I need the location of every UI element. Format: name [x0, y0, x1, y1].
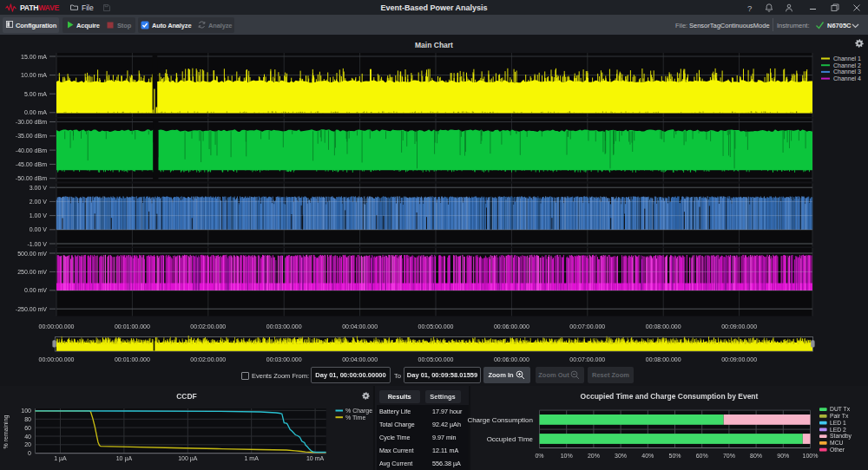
svg-text:40%: 40% — [641, 453, 654, 459]
svg-text:MCU: MCU — [830, 440, 844, 446]
svg-text:1 mA: 1 mA — [245, 455, 260, 461]
svg-text:100 µA: 100 µA — [178, 455, 198, 462]
svg-text:80: 80 — [24, 416, 31, 422]
svg-text:10 mA: 10 mA — [306, 455, 325, 461]
svg-text:Other: Other — [830, 447, 845, 453]
svg-text:LED 1: LED 1 — [830, 420, 846, 426]
svg-text:70%: 70% — [723, 453, 735, 459]
svg-text:40: 40 — [24, 434, 31, 440]
svg-text:% Time: % Time — [345, 415, 365, 421]
svg-text:80%: 80% — [750, 453, 762, 459]
svg-text:20: 20 — [24, 441, 31, 447]
svg-text:LED 2: LED 2 — [830, 427, 846, 433]
svg-text:% remaining: % remaining — [3, 415, 10, 448]
svg-text:60%: 60% — [696, 453, 708, 459]
svg-text:0: 0 — [28, 450, 31, 456]
svg-text:90%: 90% — [777, 453, 789, 459]
svg-text:Pair Tx: Pair Tx — [830, 413, 849, 419]
svg-text:0%: 0% — [535, 453, 543, 459]
svg-text:100: 100 — [21, 408, 31, 414]
svg-text:1 µA: 1 µA — [54, 455, 67, 462]
svg-text:20%: 20% — [588, 453, 600, 459]
svg-text:Charge Consumption: Charge Consumption — [467, 416, 533, 424]
svg-text:Occupied Time: Occupied Time — [487, 435, 534, 443]
svg-text:50%: 50% — [668, 453, 681, 459]
svg-text:100%: 100% — [803, 453, 819, 459]
svg-text:10 µA: 10 µA — [116, 455, 133, 462]
svg-text:60: 60 — [24, 425, 31, 431]
svg-text:10%: 10% — [561, 453, 573, 459]
svg-text:30%: 30% — [615, 453, 627, 459]
svg-text:DUT Tx: DUT Tx — [830, 406, 851, 412]
